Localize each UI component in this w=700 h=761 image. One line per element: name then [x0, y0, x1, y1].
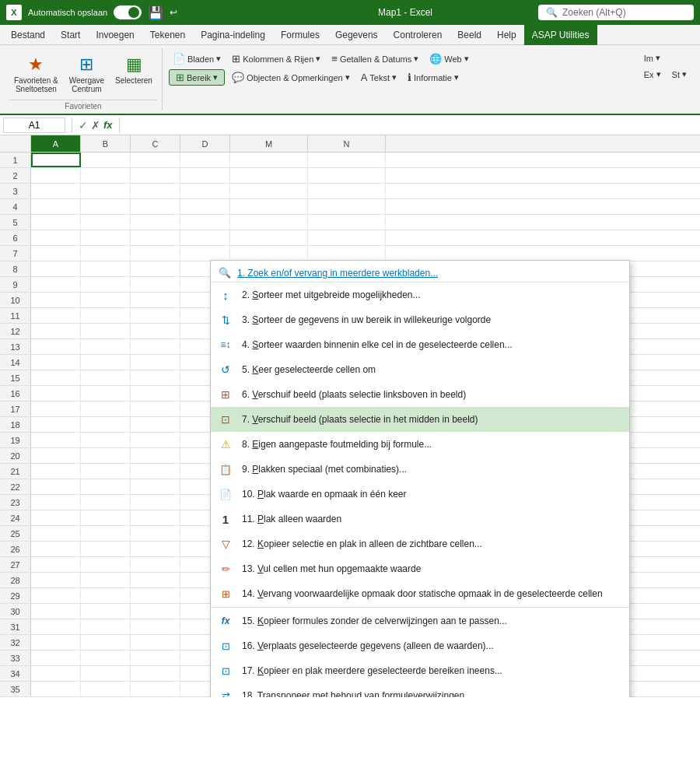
menu-start[interactable]: Start — [53, 25, 88, 45]
cell-c35[interactable] — [131, 682, 180, 696]
cell-a7[interactable] — [31, 246, 81, 261]
save-icon[interactable]: 💾 — [148, 5, 163, 20]
cell-d6[interactable] — [180, 230, 230, 245]
cell-n3[interactable] — [308, 184, 386, 198]
cell-b6[interactable] — [81, 230, 131, 245]
cell-a25[interactable] — [31, 526, 81, 541]
menu-item-6[interactable]: ⊞ 6. Verschuif beeld (plaats selectie li… — [211, 382, 629, 407]
cell-c3[interactable] — [131, 184, 180, 198]
cell-b20[interactable] — [81, 448, 131, 463]
cell-c4[interactable] — [131, 199, 180, 214]
cell-m5[interactable] — [230, 215, 308, 230]
cell-c26[interactable] — [131, 542, 180, 556]
cell-n6[interactable] — [308, 230, 386, 245]
cell-a6[interactable] — [31, 230, 81, 245]
cell-c2[interactable] — [131, 168, 180, 183]
btn-bereik[interactable]: ⊞ Bereik ▾ — [169, 69, 225, 86]
cell-a34[interactable] — [31, 666, 81, 681]
cell-a12[interactable] — [31, 324, 81, 338]
cell-a19[interactable] — [31, 433, 81, 447]
autosave-toggle[interactable] — [114, 5, 142, 19]
btn-getallen[interactable]: ≡ Getallen & Datums ▾ — [327, 51, 422, 66]
fx-cross-icon[interactable]: ✗ — [91, 119, 100, 132]
cell-a16[interactable] — [31, 386, 81, 401]
name-box[interactable] — [3, 117, 65, 133]
cell-b5[interactable] — [81, 215, 131, 230]
cell-d2[interactable] — [180, 168, 230, 183]
cell-b15[interactable] — [81, 370, 131, 385]
cell-c21[interactable] — [131, 464, 180, 479]
cell-b18[interactable] — [81, 417, 131, 432]
cell-a9[interactable] — [31, 277, 81, 292]
menu-item-18[interactable]: ⇄ 18. Transponeer met behoud van formule… — [211, 683, 629, 697]
cell-b27[interactable] — [81, 557, 131, 572]
menu-tekenen[interactable]: Tekenen — [142, 25, 193, 45]
cell-a27[interactable] — [31, 557, 81, 572]
btn-weergave[interactable]: ⊞ WeergaveCentrum — [65, 51, 109, 96]
cell-c23[interactable] — [131, 495, 180, 510]
btn-bladen[interactable]: 📄 Bladen ▾ — [169, 51, 225, 66]
cell-n4[interactable] — [308, 199, 386, 214]
cell-n1[interactable] — [308, 153, 386, 167]
menu-item-5[interactable]: ↺ 5. Keer geselecteerde cellen om — [211, 357, 629, 382]
cell-b11[interactable] — [81, 308, 131, 323]
cell-m1[interactable] — [230, 153, 308, 167]
cell-c8[interactable] — [131, 261, 180, 276]
cell-a10[interactable] — [31, 293, 81, 307]
cell-a33[interactable] — [31, 651, 81, 665]
menu-formules[interactable]: Formules — [273, 25, 327, 45]
menu-item-15[interactable]: fx 15. Kopieer formules zonder de celver… — [211, 608, 629, 633]
cell-c5[interactable] — [131, 215, 180, 230]
cell-c17[interactable] — [131, 402, 180, 416]
cell-a11[interactable] — [31, 308, 81, 323]
btn-st[interactable]: St ▾ — [668, 68, 691, 81]
cell-c33[interactable] — [131, 651, 180, 665]
cell-c19[interactable] — [131, 433, 180, 447]
cell-b28[interactable] — [81, 573, 131, 587]
fx-check-icon[interactable]: ✓ — [79, 119, 88, 132]
cell-a3[interactable] — [31, 184, 81, 198]
menu-item-11[interactable]: 1 11. Plak alleen waarden — [211, 507, 629, 531]
cell-b8[interactable] — [81, 261, 131, 276]
cell-a4[interactable] — [31, 199, 81, 214]
menu-item-4[interactable]: ≡↕ 4. Sorteer waarden binnenin elke cel … — [211, 332, 629, 357]
cell-c28[interactable] — [131, 573, 180, 587]
menu-item-17[interactable]: ⊡ 17. Kopieer en plak meerdere geselecte… — [211, 658, 629, 683]
fx-icon[interactable]: fx — [103, 119, 113, 131]
cell-a22[interactable] — [31, 479, 81, 494]
menu-item-10[interactable]: 📄 10. Plak waarde en opmaak in één keer — [211, 482, 629, 507]
cell-c29[interactable] — [131, 588, 180, 603]
cell-a15[interactable] — [31, 370, 81, 385]
cell-b12[interactable] — [81, 324, 131, 338]
cell-n2[interactable] — [308, 168, 386, 183]
menu-controleren[interactable]: Controleren — [386, 25, 450, 45]
cell-b19[interactable] — [81, 433, 131, 447]
cell-b14[interactable] — [81, 355, 131, 370]
cell-a24[interactable] — [31, 510, 81, 525]
cell-b32[interactable] — [81, 635, 131, 650]
menu-item-16[interactable]: ⊡ 16. Verplaats geselecteerde gegevens (… — [211, 633, 629, 658]
menu-bestand[interactable]: Bestand — [3, 25, 53, 45]
cell-b24[interactable] — [81, 510, 131, 525]
cell-b30[interactable] — [81, 604, 131, 619]
btn-web[interactable]: 🌐 Web ▾ — [425, 51, 472, 66]
cell-c7[interactable] — [131, 246, 180, 261]
cell-a32[interactable] — [31, 635, 81, 650]
cell-c31[interactable] — [131, 619, 180, 634]
cell-a14[interactable] — [31, 355, 81, 370]
menu-gegevens[interactable]: Gegevens — [327, 25, 386, 45]
cell-c12[interactable] — [131, 324, 180, 338]
cell-a31[interactable] — [31, 619, 81, 634]
cell-m2[interactable] — [230, 168, 308, 183]
undo-icon[interactable]: ↩ — [170, 7, 177, 18]
btn-objecten[interactable]: 💬 Objecten & Opmerkingen ▾ — [228, 69, 354, 86]
cell-a29[interactable] — [31, 588, 81, 603]
cell-c20[interactable] — [131, 448, 180, 463]
cell-n5[interactable] — [308, 215, 386, 230]
cell-m6[interactable] — [230, 230, 308, 245]
cell-a28[interactable] — [31, 573, 81, 587]
btn-selecteren[interactable]: ▦ Selecteren — [110, 51, 157, 88]
cell-b3[interactable] — [81, 184, 131, 198]
btn-informatie[interactable]: ℹ Informatie ▾ — [404, 69, 463, 86]
cell-c22[interactable] — [131, 479, 180, 494]
